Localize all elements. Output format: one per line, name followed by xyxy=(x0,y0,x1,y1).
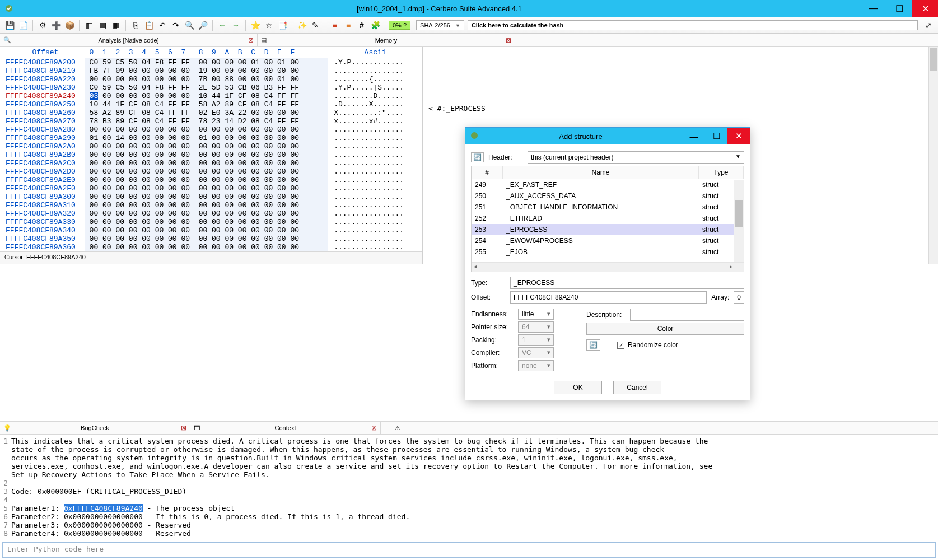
offset-field[interactable]: FFFFC408CF89A240 xyxy=(510,291,707,304)
hex-bytes[interactable]: 10 44 1F CF 08 C4 FF FF 58 A2 89 CF 08 C… xyxy=(85,100,328,109)
hex-bytes[interactable]: C0 59 C5 50 04 F8 FF FF 2E 5D 53 CB 06 B… xyxy=(85,83,328,92)
close-button[interactable]: ✕ xyxy=(912,0,938,17)
hex-bytes[interactable]: 00 00 00 00 00 00 00 00 00 00 00 00 00 0… xyxy=(85,125,328,134)
hex-row[interactable]: FFFFC408CF89A210 FB 7F 09 00 00 00 00 00… xyxy=(0,67,422,75)
pencil-icon[interactable]: ✎ xyxy=(309,19,321,31)
panel-left-icon[interactable]: ▥ xyxy=(83,19,95,31)
dialog-minimize-button[interactable]: — xyxy=(683,128,705,144)
struct-row[interactable]: 253_EPROCESSstruct xyxy=(472,224,744,235)
randomize-color-check[interactable]: ✓ Randomize color xyxy=(617,341,678,349)
plugin-icon[interactable]: 🧩 xyxy=(369,19,381,31)
hex-row[interactable]: FFFFC408CF89A320 00 00 00 00 00 00 00 00… xyxy=(0,209,422,218)
redo-icon[interactable]: ↷ xyxy=(170,19,182,31)
hex-bytes[interactable]: 00 00 00 00 00 00 00 00 00 00 00 00 00 0… xyxy=(85,218,328,226)
struct-row[interactable]: 249_EX_FAST_REFstruct xyxy=(472,179,744,190)
hex-bytes[interactable]: 78 B3 89 CF 08 C4 FF FF 78 23 14 D2 08 C… xyxy=(85,117,328,125)
hex-row[interactable]: FFFFC408CF89A290 01 00 14 00 00 00 00 00… xyxy=(0,134,422,142)
hex-row[interactable]: FFFFC408CF89A220 00 00 00 00 00 00 00 00… xyxy=(0,75,422,83)
hex-bytes[interactable]: 00 00 00 00 00 00 00 00 00 00 00 00 00 0… xyxy=(85,159,328,167)
tab-context[interactable]: 🗔 Context ⊠ xyxy=(190,422,381,434)
refresh-color-icon[interactable]: 🔄 xyxy=(586,339,600,351)
undo-icon[interactable]: ↶ xyxy=(156,19,169,31)
bookmark-add-icon[interactable]: ⭐ xyxy=(249,19,262,31)
hex-row[interactable]: FFFFC408CF89A330 00 00 00 00 00 00 00 00… xyxy=(0,218,422,226)
hex-bytes[interactable]: 58 A2 89 CF 08 C4 FF FF 02 E0 3A 22 00 0… xyxy=(85,109,328,117)
desc-field[interactable] xyxy=(630,309,744,321)
color-button[interactable]: Color xyxy=(586,323,744,335)
nav-back-icon[interactable]: ← xyxy=(216,19,228,31)
nav-fwd-icon[interactable]: → xyxy=(230,19,242,31)
hex-bytes[interactable]: 03 00 00 00 00 00 00 00 10 44 1F CF 08 C… xyxy=(85,92,328,100)
dialog-close-button[interactable]: ✕ xyxy=(727,128,750,144)
hex-bytes[interactable]: 00 00 00 00 00 00 00 00 00 00 00 00 00 0… xyxy=(85,151,328,159)
col-index[interactable]: # xyxy=(472,166,503,179)
struct-row[interactable]: 254_EWOW64PROCESSstruct xyxy=(472,235,744,246)
hash-algo-select[interactable]: SHA-2/256 xyxy=(416,20,464,30)
hex-row[interactable]: FFFFC408CF89A340 00 00 00 00 00 00 00 00… xyxy=(0,226,422,235)
dialog-maximize-button[interactable]: ☐ xyxy=(705,128,727,144)
find-icon[interactable]: 🔍 xyxy=(183,19,195,31)
hex-row[interactable]: FFFFC408CF89A270 78 B3 89 CF 08 C4 FF FF… xyxy=(0,117,422,125)
hex-row[interactable]: FFFFC408CF89A2E0 00 00 00 00 00 00 00 00… xyxy=(0,176,422,184)
hex-row[interactable]: FFFFC408CF89A280 00 00 00 00 00 00 00 00… xyxy=(0,125,422,134)
hex-bytes[interactable]: 01 00 14 00 00 00 00 00 01 00 00 00 00 0… xyxy=(85,134,328,142)
hash-field[interactable]: Click here to calculate the hash xyxy=(468,20,918,30)
python-input[interactable]: Enter Python code here xyxy=(2,542,936,558)
tab-analysis[interactable]: 🔍 Analysis [Native code] ⊠ xyxy=(0,34,258,46)
hex-bytes[interactable]: 00 00 00 00 00 00 00 00 00 00 00 00 00 0… xyxy=(85,184,328,193)
hex-row[interactable]: FFFFC408CF89A2C0 00 00 00 00 00 00 00 00… xyxy=(0,159,422,167)
hex-row[interactable]: FFFFC408CF89A350 00 00 00 00 00 00 00 00… xyxy=(0,235,422,243)
cancel-button[interactable]: Cancel xyxy=(613,381,661,394)
bars-orange-icon[interactable]: ≡ xyxy=(342,19,354,31)
hex-bytes[interactable]: 00 00 00 00 00 00 00 00 00 00 00 00 00 0… xyxy=(85,193,328,201)
hex-row[interactable]: FFFFC408CF89A260 58 A2 89 CF 08 C4 FF FF… xyxy=(0,109,422,117)
expand-icon[interactable]: ⤢ xyxy=(922,19,935,31)
hex-row[interactable]: FFFFC408CF89A2F0 00 00 00 00 00 00 00 00… xyxy=(0,184,422,193)
struct-scrollbar[interactable] xyxy=(734,180,744,262)
tab-warnings[interactable]: ⚠ xyxy=(381,422,414,434)
struct-row[interactable]: 252_ETHREADstruct xyxy=(472,213,744,224)
endian-select[interactable]: little xyxy=(518,309,554,320)
hex-row[interactable]: FFFFC408CF89A200 C0 59 C5 50 04 F8 FF FF… xyxy=(0,58,422,67)
minimize-button[interactable]: — xyxy=(861,0,886,17)
hex-row[interactable]: FFFFC408CF89A240 03 00 00 00 00 00 00 00… xyxy=(0,92,422,100)
bookmark-del-icon[interactable]: ☆ xyxy=(263,19,275,31)
panel-bottom-icon[interactable]: ▦ xyxy=(110,19,122,31)
hex-bytes[interactable]: 00 00 00 00 00 00 00 00 00 00 00 00 00 0… xyxy=(85,235,328,243)
hex-bytes[interactable]: 00 00 00 00 00 00 00 00 00 00 00 00 00 0… xyxy=(85,167,328,176)
box-icon[interactable]: 📦 xyxy=(63,19,76,31)
hex-row[interactable]: FFFFC408CF89A2B0 00 00 00 00 00 00 00 00… xyxy=(0,151,422,159)
hex-bytes[interactable]: 00 00 00 00 00 00 00 00 00 00 00 00 00 0… xyxy=(85,201,328,209)
wand-icon[interactable]: ✨ xyxy=(296,19,308,31)
document-icon[interactable]: 📄 xyxy=(17,19,29,31)
hex-bytes[interactable]: 00 00 00 00 00 00 00 00 00 00 00 00 00 0… xyxy=(85,226,328,235)
progress-badge[interactable]: 0% ? xyxy=(389,21,410,30)
bookmark-list-icon[interactable]: 📑 xyxy=(276,19,288,31)
struct-row[interactable]: 250_AUX_ACCESS_DATAstruct xyxy=(472,190,744,202)
box-add-icon[interactable]: ➕ xyxy=(50,19,62,31)
hex-row[interactable]: FFFFC408CF89A230 C0 59 C5 50 04 F8 FF FF… xyxy=(0,83,422,92)
hex-row[interactable]: FFFFC408CF89A250 10 44 1F CF 08 C4 FF FF… xyxy=(0,100,422,109)
ok-button[interactable]: OK xyxy=(554,381,602,394)
tab-close-icon[interactable]: ⊠ xyxy=(506,36,511,44)
hex-row[interactable]: FFFFC408CF89A310 00 00 00 00 00 00 00 00… xyxy=(0,201,422,209)
hex-row[interactable]: FFFFC408CF89A2A0 00 00 00 00 00 00 00 00… xyxy=(0,142,422,151)
hex-bytes[interactable]: 00 00 00 00 00 00 00 00 00 00 00 00 00 0… xyxy=(85,142,328,151)
find-replace-icon[interactable]: 🔎 xyxy=(197,19,209,31)
maximize-button[interactable]: ☐ xyxy=(886,0,912,17)
paste-icon[interactable]: 📋 xyxy=(143,19,155,31)
copy-icon[interactable]: ⎘ xyxy=(129,19,142,31)
hex-bytes[interactable]: 00 00 00 00 00 00 00 00 00 00 00 00 00 0… xyxy=(85,209,328,218)
hex-bytes[interactable]: 00 00 00 00 00 00 00 00 00 00 00 00 00 0… xyxy=(85,176,328,184)
vertical-scrollbar[interactable] xyxy=(928,47,938,264)
struct-hscrollbar[interactable] xyxy=(472,262,744,272)
type-field[interactable]: _EPROCESS xyxy=(510,277,744,289)
header-select[interactable]: this (current project header) ▼ xyxy=(528,151,744,164)
struct-row[interactable]: 255_EJOBstruct xyxy=(472,246,744,258)
array-field[interactable]: 0 xyxy=(734,291,744,304)
hex-row[interactable]: FFFFC408CF89A360 00 00 00 00 00 00 00 00… xyxy=(0,243,422,251)
hex-bytes[interactable]: C0 59 C5 50 04 F8 FF FF 00 00 00 00 01 0… xyxy=(85,58,328,67)
tab-bugcheck[interactable]: 💡 BugCheck ⊠ xyxy=(0,422,190,434)
hash-icon[interactable]: # xyxy=(356,19,368,31)
col-type[interactable]: Type xyxy=(699,166,744,179)
